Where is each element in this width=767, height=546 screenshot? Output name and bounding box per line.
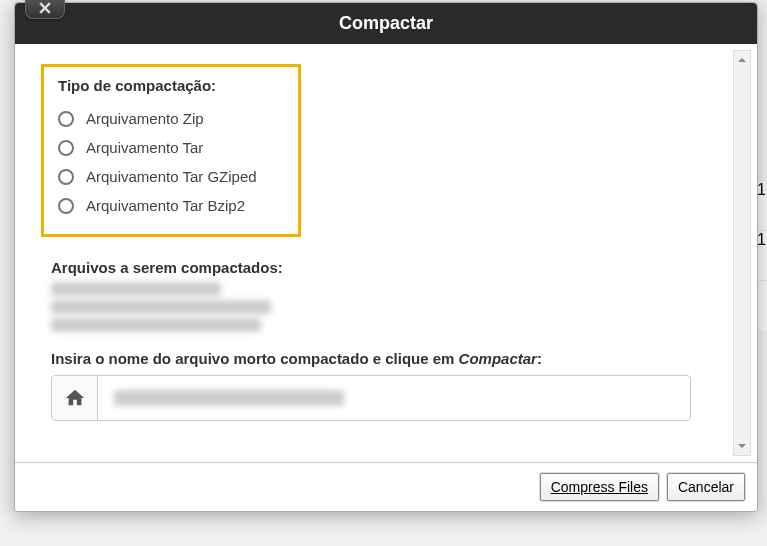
- modal-footer: Compress Files Cancelar: [15, 462, 757, 511]
- radio-option-tar-gziped[interactable]: Arquivamento Tar GZiped: [58, 162, 284, 191]
- radio-icon: [58, 111, 74, 127]
- compression-type-label: Tipo de compactação:: [58, 77, 284, 94]
- modal-content: Tipo de compactação: Arquivamento Zip Ar…: [15, 44, 757, 462]
- radio-icon: [58, 140, 74, 156]
- file-entry-redacted: [51, 318, 261, 332]
- radio-option-zip[interactable]: Arquivamento Zip: [58, 104, 284, 133]
- home-icon: [64, 387, 86, 409]
- files-to-compress-label: Arquivos a serem compactados:: [51, 259, 721, 276]
- bg-row: 1: [757, 180, 767, 230]
- archive-name-input-group: [51, 375, 691, 421]
- archive-name-input[interactable]: [98, 376, 690, 420]
- radio-label: Arquivamento Tar: [86, 139, 203, 156]
- file-entry-redacted: [51, 300, 271, 314]
- scroll-down-button[interactable]: [734, 437, 750, 455]
- scroll-up-button[interactable]: [734, 51, 750, 69]
- bg-row: [757, 280, 767, 330]
- radio-option-tar[interactable]: Arquivamento Tar: [58, 133, 284, 162]
- radio-label: Arquivamento Tar Bzip2: [86, 197, 245, 214]
- compression-type-radiogroup: Arquivamento Zip Arquivamento Tar Arquiv…: [58, 104, 284, 220]
- file-entry-redacted: [51, 282, 221, 296]
- chevron-up-icon: [737, 55, 747, 65]
- home-button[interactable]: [52, 376, 98, 420]
- instruction-suffix: :: [537, 350, 542, 367]
- radio-label: Arquivamento Zip: [86, 110, 204, 127]
- close-icon: [39, 2, 51, 14]
- archive-name-value-redacted: [114, 390, 344, 406]
- radio-icon: [58, 169, 74, 185]
- archive-name-instruction: Insira o nome do arquivo morto compactad…: [51, 350, 721, 367]
- radio-label: Arquivamento Tar GZiped: [86, 168, 257, 185]
- radio-option-tar-bzip2[interactable]: Arquivamento Tar Bzip2: [58, 191, 284, 220]
- compress-files-button[interactable]: Compress Files: [540, 473, 659, 501]
- compression-type-highlight: Tipo de compactação: Arquivamento Zip Ar…: [41, 64, 301, 237]
- instruction-prefix: Insira o nome do arquivo morto compactad…: [51, 350, 459, 367]
- cancel-button[interactable]: Cancelar: [667, 473, 745, 501]
- close-button[interactable]: [25, 0, 65, 19]
- scrollbar[interactable]: [733, 50, 751, 456]
- modal-title: Compactar: [339, 13, 433, 33]
- chevron-down-icon: [737, 441, 747, 451]
- bg-row: 1: [757, 230, 767, 280]
- modal-titlebar: Compactar: [15, 3, 757, 44]
- radio-icon: [58, 198, 74, 214]
- compress-modal: Compactar Tipo de compactação: Arquivame…: [14, 2, 758, 512]
- instruction-emphasis: Compactar: [459, 350, 537, 367]
